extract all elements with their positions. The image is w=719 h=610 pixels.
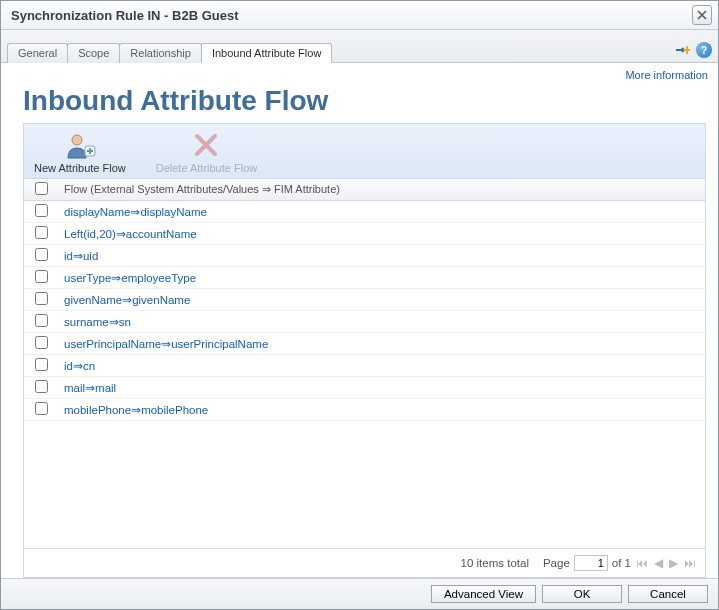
items-total: 10 items total bbox=[461, 557, 529, 569]
row-checkbox-cell[interactable] bbox=[24, 289, 58, 310]
tab-relationship[interactable]: Relationship bbox=[119, 43, 202, 63]
page-of-label: of 1 bbox=[612, 557, 631, 569]
table-row: id⇒cn bbox=[24, 355, 705, 377]
row-checkbox-cell[interactable] bbox=[24, 377, 58, 398]
page-title: Inbound Attribute Flow bbox=[23, 85, 706, 117]
flow-link[interactable]: id⇒cn bbox=[58, 356, 101, 376]
ok-button[interactable]: OK bbox=[542, 585, 622, 603]
row-checkbox[interactable] bbox=[35, 248, 48, 261]
window-title: Synchronization Rule IN - B2B Guest bbox=[11, 8, 239, 23]
row-checkbox-cell[interactable] bbox=[24, 355, 58, 376]
flow-link[interactable]: mail⇒mail bbox=[58, 378, 122, 398]
new-attribute-flow-label: New Attribute Flow bbox=[34, 162, 126, 174]
row-checkbox-cell[interactable] bbox=[24, 201, 58, 222]
toolbar: New Attribute Flow Delete Attribute Flow bbox=[23, 123, 706, 179]
tab-inbound-attribute-flow[interactable]: Inbound Attribute Flow bbox=[201, 43, 332, 63]
row-checkbox-cell[interactable] bbox=[24, 245, 58, 266]
svg-point-2 bbox=[72, 135, 82, 145]
prev-page-icon: ◀ bbox=[653, 556, 664, 570]
flow-link[interactable]: mobilePhone⇒mobilePhone bbox=[58, 400, 214, 420]
more-information-link[interactable]: More information bbox=[625, 69, 708, 81]
titlebar: Synchronization Rule IN - B2B Guest bbox=[1, 1, 718, 30]
row-checkbox[interactable] bbox=[35, 358, 48, 371]
select-all-checkbox[interactable] bbox=[35, 182, 48, 195]
delete-attribute-flow-button: Delete Attribute Flow bbox=[156, 128, 258, 174]
column-header-flow[interactable]: Flow (External System Attributes/Values … bbox=[58, 180, 346, 199]
page-label: Page bbox=[543, 557, 570, 569]
help-icon[interactable]: ? bbox=[696, 42, 712, 58]
row-checkbox-cell[interactable] bbox=[24, 311, 58, 332]
dialog-footer: Advanced View OK Cancel bbox=[1, 578, 718, 609]
new-attribute-flow-button[interactable]: New Attribute Flow bbox=[34, 128, 126, 174]
select-all-cell[interactable] bbox=[24, 179, 58, 200]
table-row: mail⇒mail bbox=[24, 377, 705, 399]
table-row: userPrincipalName⇒userPrincipalName bbox=[24, 333, 705, 355]
close-icon[interactable] bbox=[692, 5, 712, 25]
page-number-input[interactable] bbox=[574, 555, 608, 571]
last-page-icon: ⏭ bbox=[683, 557, 697, 569]
flow-link[interactable]: givenName⇒givenName bbox=[58, 290, 196, 310]
pager: 10 items total Page of 1 ⏮ ◀ ▶ ⏭ bbox=[24, 548, 705, 577]
tabstrip: GeneralScopeRelationshipInbound Attribut… bbox=[1, 30, 718, 63]
table-row: id⇒uid bbox=[24, 245, 705, 267]
row-checkbox-cell[interactable] bbox=[24, 399, 58, 420]
tab-scope[interactable]: Scope bbox=[67, 43, 120, 63]
table-row: displayName⇒displayName bbox=[24, 201, 705, 223]
add-icon[interactable] bbox=[674, 42, 690, 58]
row-checkbox[interactable] bbox=[35, 402, 48, 415]
next-page-icon: ▶ bbox=[668, 556, 679, 570]
flow-link[interactable]: Left(id,20)⇒accountName bbox=[58, 224, 203, 244]
first-page-icon: ⏮ bbox=[635, 557, 649, 569]
row-checkbox[interactable] bbox=[35, 270, 48, 283]
table-row: givenName⇒givenName bbox=[24, 289, 705, 311]
table-row: Left(id,20)⇒accountName bbox=[24, 223, 705, 245]
attribute-flow-grid: Flow (External System Attributes/Values … bbox=[23, 179, 706, 578]
user-add-icon bbox=[34, 128, 126, 162]
flow-link[interactable]: userType⇒employeeType bbox=[58, 268, 202, 288]
row-checkbox[interactable] bbox=[35, 204, 48, 217]
delete-attribute-flow-label: Delete Attribute Flow bbox=[156, 162, 258, 174]
flow-link[interactable]: surname⇒sn bbox=[58, 312, 137, 332]
table-row: userType⇒employeeType bbox=[24, 267, 705, 289]
table-row: surname⇒sn bbox=[24, 311, 705, 333]
advanced-view-button[interactable]: Advanced View bbox=[431, 585, 536, 603]
table-row: mobilePhone⇒mobilePhone bbox=[24, 399, 705, 421]
row-checkbox[interactable] bbox=[35, 314, 48, 327]
flow-link[interactable]: userPrincipalName⇒userPrincipalName bbox=[58, 334, 274, 354]
flow-link[interactable]: displayName⇒displayName bbox=[58, 202, 213, 222]
cancel-button[interactable]: Cancel bbox=[628, 585, 708, 603]
row-checkbox[interactable] bbox=[35, 380, 48, 393]
row-checkbox[interactable] bbox=[35, 226, 48, 239]
row-checkbox-cell[interactable] bbox=[24, 267, 58, 288]
row-checkbox[interactable] bbox=[35, 292, 48, 305]
row-checkbox-cell[interactable] bbox=[24, 223, 58, 244]
delete-icon bbox=[156, 128, 258, 162]
tab-general[interactable]: General bbox=[7, 43, 68, 63]
row-checkbox[interactable] bbox=[35, 336, 48, 349]
flow-link[interactable]: id⇒uid bbox=[58, 246, 104, 266]
row-checkbox-cell[interactable] bbox=[24, 333, 58, 354]
